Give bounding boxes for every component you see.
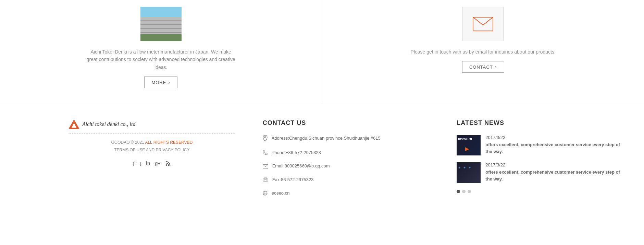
news-item-2: 2017/3/22 offers excellent, comprehensiv… — [457, 162, 623, 183]
web-item: eoseo.cn — [263, 190, 430, 198]
latest-news-title: LATEST NEWS — [457, 119, 623, 127]
news-bold-1: offers excellent, — [485, 142, 519, 147]
logo-triangle-icon — [69, 119, 79, 129]
footer-logo-col: Aichi tokei denki co., ltd. GOODAO © 202… — [0, 119, 249, 203]
news-text-1: offers excellent, comprehensive customer… — [485, 141, 623, 155]
svg-point-4 — [264, 137, 266, 138]
news-meta-1: 2017/3/22 offers excellent, comprehensiv… — [485, 135, 623, 155]
email-item: Email:800025660@b.qq.com — [263, 163, 430, 171]
news-dot-2[interactable] — [462, 190, 466, 193]
contact-panel: Please get in touch with us by email for… — [322, 0, 644, 102]
web-text: eoseo.cn — [272, 190, 290, 197]
logo-area: Aichi tokei denki co., ltd. — [69, 119, 235, 129]
copyright-text: GOODAO © 2021 ALL RIGHTS RESERVED TERMS … — [69, 139, 235, 154]
phone-item: Phone:+86-572-2975323 — [263, 149, 430, 158]
twitter-icon[interactable]: t — [139, 161, 141, 168]
facebook-icon[interactable]: f — [133, 161, 135, 168]
news-text-2: offers excellent, comprehensive customer… — [485, 169, 623, 182]
contact-description: Please get in touch with us by email for… — [411, 48, 556, 56]
logo-text: Aichi tokei denki co., ltd. — [82, 121, 137, 127]
news-meta-2: 2017/3/22 offers excellent, comprehensiv… — [485, 162, 623, 182]
news-date-2: 2017/3/22 — [485, 162, 623, 167]
fax-icon — [263, 177, 268, 185]
about-description: Aichi Tokei Denki is a flow meter manufa… — [86, 48, 236, 71]
dotted-divider — [69, 133, 235, 133]
svg-point-3 — [166, 164, 167, 166]
phone-text: Phone:+86-572-2975323 — [272, 149, 321, 156]
web-icon — [263, 190, 268, 198]
news-item-1: 2017/3/22 offers excellent, comprehensiv… — [457, 135, 623, 155]
svg-rect-7 — [264, 178, 267, 179]
about-panel: Aichi Tokei Denki is a flow meter manufa… — [0, 0, 322, 102]
google-plus-icon[interactable]: g+ — [155, 161, 161, 168]
fax-item: Fax:86-572-2975323 — [263, 176, 430, 185]
rights-reserved-link[interactable]: ALL RIGHTS RESERVED — [145, 140, 193, 145]
news-date-1: 2017/3/22 — [485, 135, 623, 140]
news-bold-2: offers excellent, — [485, 170, 519, 175]
social-icons: f t in g+ — [69, 161, 235, 168]
rss-icon[interactable] — [165, 161, 171, 168]
envelope-icon — [473, 17, 493, 31]
linkedin-icon[interactable]: in — [146, 161, 150, 168]
more-button[interactable]: MORE › — [144, 77, 177, 88]
footer: Aichi tokei denki co., ltd. GOODAO © 202… — [0, 102, 644, 217]
envelope-box — [462, 7, 504, 41]
top-section: Aichi Tokei Denki is a flow meter manufa… — [0, 0, 644, 102]
news-thumb-1 — [457, 135, 481, 155]
email-contact-icon — [263, 163, 268, 171]
footer-news-col: LATEST NEWS 2017/3/22 offers excellent, … — [443, 119, 644, 203]
address-text: Address:Chengdu,Sichuan province Shuxihu… — [272, 135, 381, 142]
contact-arrow-icon: › — [495, 64, 497, 70]
contact-us-title: CONTACT US — [263, 119, 430, 127]
address-item: Address:Chengdu,Sichuan province Shuxihu… — [263, 135, 430, 144]
footer-contact-col: CONTACT US Address:Chengdu,Sichuan provi… — [249, 119, 443, 203]
news-thumb-2 — [457, 162, 481, 183]
map-pin-icon — [263, 135, 268, 144]
news-dots — [457, 190, 623, 193]
contact-button[interactable]: CONTACT › — [462, 61, 504, 73]
email-text: Email:800025660@b.qq.com — [272, 163, 330, 170]
building-image — [140, 7, 182, 41]
phone-icon — [263, 150, 268, 158]
news-dot-1[interactable] — [457, 190, 460, 193]
news-dot-3[interactable] — [468, 190, 471, 193]
svg-rect-8 — [264, 180, 267, 181]
fax-text: Fax:86-572-2975323 — [272, 176, 314, 183]
more-arrow-icon: › — [168, 80, 170, 85]
